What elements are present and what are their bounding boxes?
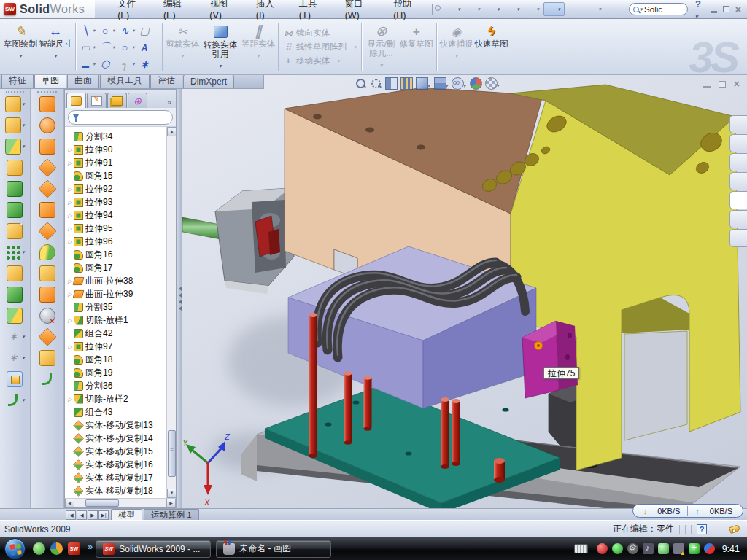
hscroll-thumb[interactable]: [85, 499, 119, 507]
reference-geometry-icon[interactable]: ▾: [5, 326, 25, 347]
toolbar-grip[interactable]: [37, 91, 57, 93]
start-button[interactable]: [4, 538, 26, 559]
feature-tree-item[interactable]: 圆角17: [66, 261, 166, 274]
last-tab-button[interactable]: ▶|: [98, 510, 109, 520]
panel-overflow-chevron-icon[interactable]: [164, 98, 174, 108]
input-keyboard-icon[interactable]: [574, 544, 588, 553]
volume-icon[interactable]: [643, 543, 654, 554]
appearances-scenes-tab[interactable]: [729, 210, 747, 228]
help-button[interactable]: ? ▾: [695, 0, 705, 20]
feature-tree-item[interactable]: 实体-移动/复制18: [66, 484, 166, 497]
offset-surface-icon[interactable]: [39, 220, 55, 241]
feature-tree-item[interactable]: ▷ 曲面-拉伸39: [66, 287, 166, 300]
curves-icon[interactable]: ▾: [5, 347, 25, 368]
feature-tree-item[interactable]: 圆角19: [66, 366, 166, 379]
lofted-boss-icon[interactable]: [7, 178, 23, 199]
tree-expander-icon[interactable]: ▷: [66, 186, 74, 192]
feature-tree-item[interactable]: ▷ 拉伸95: [66, 222, 166, 235]
feature-tree-item[interactable]: 圆角15: [66, 169, 166, 182]
sprue-clamp-part[interactable]: [182, 188, 294, 294]
rectangle-tool[interactable]: ▾: [80, 42, 99, 53]
messenger-tray-icon[interactable]: [658, 543, 669, 554]
quick-tips-badge[interactable]: ?: [697, 524, 707, 534]
tree-expander-icon[interactable]: ▷: [66, 147, 74, 153]
ellipse-tool[interactable]: ▾: [119, 42, 139, 53]
sketch-fillet-tool[interactable]: ▾: [119, 58, 139, 70]
security-shield-icon[interactable]: [612, 543, 623, 554]
menu-item[interactable]: 工具(T): [290, 0, 336, 23]
feature-tree-item[interactable]: 实体-移动/复制13: [66, 419, 166, 432]
custom-properties-tab[interactable]: [729, 229, 747, 247]
solidworks-ql-icon[interactable]: [68, 542, 80, 555]
antivirus-icon[interactable]: [597, 543, 608, 554]
boundary-surface-icon[interactable]: [39, 157, 55, 178]
restore-button[interactable]: [723, 6, 729, 12]
messenger-ql-icon[interactable]: [33, 542, 45, 555]
feature-tree-item[interactable]: 分割34: [66, 130, 166, 143]
rebuild-icon[interactable]: [566, 3, 584, 15]
tree-expander-icon[interactable]: ▷: [66, 317, 74, 324]
convert-entities-button[interactable]: 转换实体引用: [200, 21, 241, 73]
feature-tree-item[interactable]: ▷ 切除-放样1: [66, 314, 166, 327]
helix-icon[interactable]: ▾: [5, 389, 25, 411]
hide-show-items-icon[interactable]: ▾: [452, 77, 468, 90]
featuremanager-tab[interactable]: [66, 93, 86, 108]
minimize-button[interactable]: [711, 11, 717, 13]
panel-splitter[interactable]: [177, 89, 182, 508]
search-input[interactable]: [644, 5, 681, 14]
display-style-icon[interactable]: ▾: [416, 77, 432, 90]
hole-wizard-icon[interactable]: [7, 220, 23, 241]
print-icon[interactable]: ▾: [504, 3, 522, 15]
undo-icon[interactable]: ▾: [524, 3, 542, 15]
select-region-tool[interactable]: [139, 25, 158, 36]
scroll-down-button[interactable]: ▼: [167, 489, 176, 498]
next-tab-button[interactable]: ▶: [88, 510, 98, 520]
guard-plus-icon[interactable]: [689, 543, 700, 554]
scroll-up-button[interactable]: ▲: [167, 127, 176, 136]
flatten-surface-icon[interactable]: [39, 347, 55, 368]
apply-scene-icon[interactable]: ▾: [485, 77, 501, 90]
smart-dimension-button[interactable]: 智能尺寸: [38, 21, 73, 73]
instant3d-icon[interactable]: [7, 368, 23, 389]
first-tab-button[interactable]: |◀: [66, 510, 76, 520]
untrim-surface-icon[interactable]: [39, 305, 55, 326]
network-warning-icon[interactable]: [673, 543, 684, 554]
tree-expander-icon[interactable]: ▷: [66, 212, 74, 219]
section-view-icon[interactable]: [385, 77, 398, 90]
polygon-tool[interactable]: [99, 58, 119, 70]
sketch-draw-button[interactable]: 草图绘制: [3, 21, 38, 73]
update-ball-icon[interactable]: [704, 543, 715, 554]
feature-tree-item[interactable]: ▷ 拉伸93: [66, 195, 166, 209]
graphics-viewport[interactable]: Y Z X ▾▾▾▾ × 拉伸75: [182, 75, 747, 508]
propertymanager-tab[interactable]: [87, 93, 107, 108]
pattern-icon[interactable]: ▾: [5, 241, 25, 262]
zoom-area-icon[interactable]: [370, 77, 383, 90]
revolved-boss-icon[interactable]: ▾: [5, 114, 25, 136]
feature-tree-item[interactable]: ▷ 拉伸92: [66, 182, 166, 195]
taskbar-window-button[interactable]: 未命名 - 画图: [216, 540, 331, 558]
feature-tree-item[interactable]: ▷ 拉伸94: [66, 209, 166, 222]
zoom-fit-icon[interactable]: [355, 77, 368, 90]
tree-expander-icon[interactable]: ▷: [66, 225, 74, 232]
menu-item[interactable]: 文件(F): [108, 0, 154, 23]
feature-tree-item[interactable]: 分割36: [66, 379, 166, 392]
chamfer-icon[interactable]: [7, 157, 23, 178]
menu-item[interactable]: 帮助(H): [384, 0, 430, 23]
menu-item[interactable]: 视图(V): [200, 0, 246, 23]
doc-minimize-button[interactable]: [703, 86, 711, 88]
toolbar-grip[interactable]: [6, 91, 24, 93]
view-settings-icon[interactable]: [400, 77, 414, 90]
search-box[interactable]: ▾: [629, 3, 688, 15]
menu-item[interactable]: 窗口(W): [336, 0, 384, 23]
arc-tool[interactable]: ▾: [99, 41, 119, 54]
freeform-icon[interactable]: [39, 368, 55, 389]
tree-expander-icon[interactable]: ▷: [66, 396, 74, 402]
draft-icon[interactable]: [7, 284, 23, 305]
fillet-feature-icon[interactable]: ▾: [5, 136, 25, 157]
configurationmanager-tab[interactable]: [107, 93, 127, 108]
scroll-left-button[interactable]: ◀: [65, 499, 74, 508]
line-tool[interactable]: ▾: [80, 25, 99, 36]
rib-icon[interactable]: [7, 262, 23, 284]
mirror-feature-icon[interactable]: [7, 305, 23, 326]
rapid-sketch-button[interactable]: 快速草图: [474, 21, 509, 73]
